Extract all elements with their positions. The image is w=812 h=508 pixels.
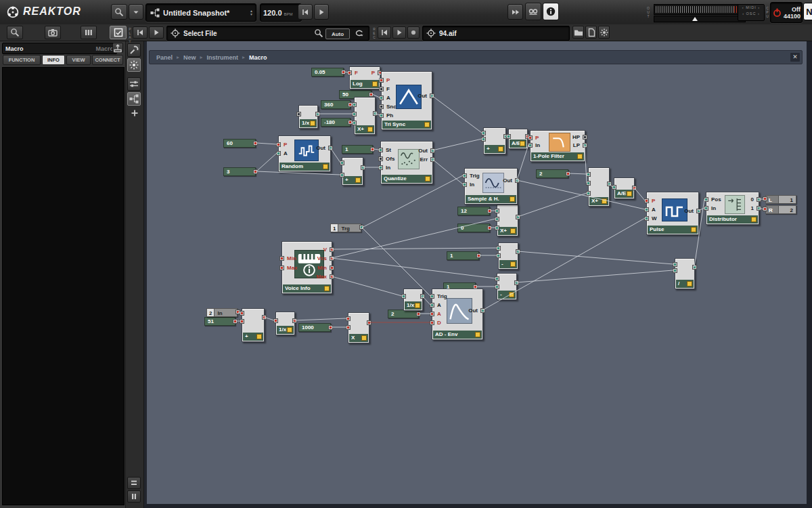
breadcrumb-item[interactable]: New [183,54,196,61]
open-folder-button[interactable] [572,26,584,39]
share-icon [150,7,160,18]
info-icon [545,6,556,17]
record-icon [408,27,419,38]
out-label: OUT [646,6,650,18]
prev-icon [300,7,311,18]
next-icon [316,7,327,18]
structure-view-button[interactable] [127,92,141,106]
panelsets-tab[interactable] [81,26,97,39]
main-toolbar: REAKTOR Untitled Snapshot* ▲▼ 120.0 BPM … [0,0,812,25]
breadcrumb-separator: ▸ [242,54,245,60]
snapshot-dropdown-button[interactable] [129,4,143,20]
burst-icon [129,60,139,70]
folder-icon [573,27,584,38]
export-button[interactable] [112,43,123,53]
auto-button[interactable]: Auto [325,28,350,39]
tape-button[interactable] [525,3,541,20]
tab-view[interactable]: VIEW [66,55,91,65]
panel-view-button[interactable] [127,77,141,91]
breadcrumb: Panel ▸ New ▸ Instrument ▸ Macro ✕ [149,50,803,64]
equals-button[interactable] [127,477,141,489]
document-icon [586,27,597,38]
plus-icon[interactable] [129,108,140,119]
structure-toolbar [125,41,144,508]
record-button[interactable] [407,26,420,39]
breadcrumb-current: Macro [249,54,267,61]
breadcrumb-separator: ▸ [177,54,179,60]
ni-logo-icon: N [803,3,812,20]
fast-forward-button[interactable] [508,4,523,20]
play-icon [151,27,162,38]
bpm-value: 120.0 [263,9,282,17]
macro-name-ghost: Macro [95,45,114,52]
properties-tab[interactable] [110,26,127,39]
bpm-next-button[interactable] [314,4,329,20]
macro-name-input[interactable]: Macro Macro [2,43,117,54]
info-panel [2,67,125,505]
meter-ticks [654,4,746,15]
structure-canvas[interactable] [143,41,812,508]
columns-icon [83,27,94,38]
target-icon [170,28,181,39]
loop-icon[interactable] [354,28,365,39]
tab-connect[interactable]: CONNECT [92,55,123,65]
midi-label: ‹ MIDI › [738,5,764,11]
rec-prev-button[interactable] [378,26,391,39]
wrench-icon [129,45,139,56]
magnifier-icon[interactable] [313,28,324,39]
close-icon[interactable]: ✕ [790,53,800,62]
breadcrumb-item[interactable]: Instrument [207,54,239,61]
share-icon [129,93,139,104]
tab-info[interactable]: INFO [42,55,65,65]
meter-slider-handle[interactable] [692,17,698,21]
output-meter[interactable]: OUT [644,2,746,22]
target-icon [426,28,436,39]
audio-engine-display[interactable]: Off 44100 [770,2,803,23]
play-label: PLAY [128,27,131,43]
settings-button[interactable] [598,26,610,39]
properties-sidebar: Macro Macro FUNCTION INFO VIEW CONNECT [0,41,125,508]
bpm-prev-button[interactable] [298,4,313,20]
browser-search-tab[interactable] [7,26,23,39]
player-play-button[interactable] [149,26,164,39]
tape-icon [528,6,539,17]
equals-icon [129,478,139,488]
gear-icon [599,27,610,38]
event-debug-button[interactable] [127,58,141,72]
tab-function[interactable]: FUNCTION [3,55,41,65]
magnifier-icon [114,7,125,18]
prev-icon [135,27,145,38]
sample-file-display[interactable]: 94.aif [422,26,570,41]
camera-icon [47,27,58,38]
power-icon[interactable] [772,7,782,18]
breadcrumb-separator: ▸ [200,54,203,60]
export-icon [112,43,123,54]
bpm-display[interactable]: 120.0 BPM [260,3,302,22]
ffwd-icon [510,7,521,18]
rec-label: REC [372,27,376,39]
bpm-unit: BPM [284,12,293,16]
snapshots-tab[interactable] [45,26,61,39]
pause-button[interactable] [127,490,141,503]
snapshot-spinner[interactable]: ▲▼ [250,9,256,16]
prev-icon [379,27,390,38]
player-file-display[interactable]: Select File Auto [166,26,369,41]
cpu-label: CPU [765,6,769,18]
search-button[interactable] [111,4,127,20]
checkbox-icon [113,27,124,38]
rec-play-button[interactable] [392,26,406,39]
breadcrumb-item[interactable]: Panel [156,54,173,61]
osc-label: ‹ OSC › [738,11,764,17]
wrench-button[interactable] [127,43,141,57]
power-state: Off [792,6,800,13]
sample-file-name: 94.aif [439,30,457,37]
document-button[interactable] [585,26,597,39]
snapshot-name: Untitled Snapshot* [163,9,229,17]
meter-slider-track[interactable] [654,16,746,22]
app-title: REAKTOR [23,5,81,18]
info-button[interactable] [543,3,559,20]
play-icon [394,27,405,38]
snapshot-selector[interactable]: Untitled Snapshot* ▲▼ [145,3,256,22]
player-prev-button[interactable] [133,26,148,39]
midi-osc-indicator: ‹ MIDI › ‹ OSC › [738,4,765,21]
